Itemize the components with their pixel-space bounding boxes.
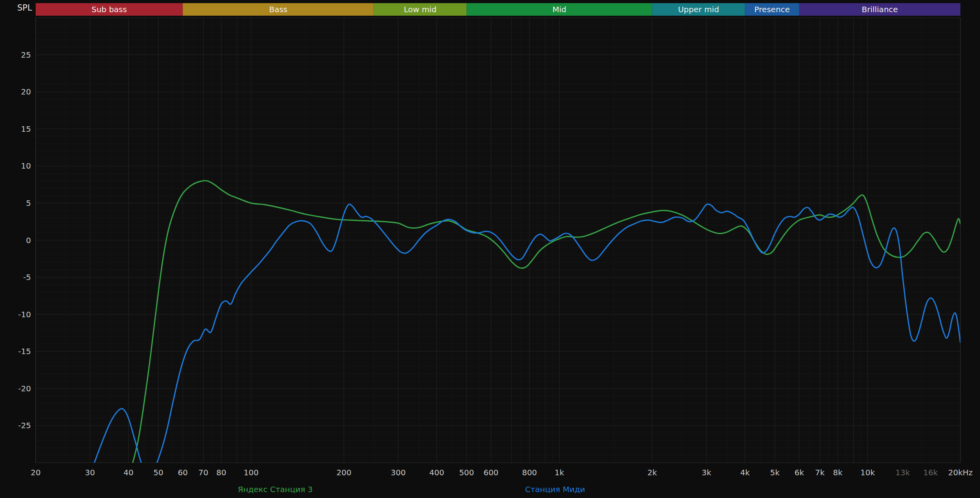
x-tick-label: 80 [216, 468, 226, 477]
chart-canvas: Sub bassBassLow midMidUpper midPresenceB… [0, 0, 980, 498]
y-tick-label: -25 [18, 421, 31, 430]
x-tick-label: 70 [198, 468, 208, 477]
x-tick-label: 600 [483, 468, 498, 477]
band-label-sub-bass: Sub bass [91, 5, 127, 14]
y-tick-label: 0 [26, 236, 31, 245]
x-tick-label: 50 [153, 468, 163, 477]
band-label-brilliance: Brilliance [862, 5, 898, 14]
y-tick-label: 5 [26, 198, 31, 208]
x-tick-label: 20kHz [948, 468, 973, 477]
band-label-upper-mid: Upper mid [678, 5, 719, 14]
x-tick-label: 5k [770, 468, 780, 477]
y-tick-label: -5 [23, 273, 31, 282]
x-tick-label: 60 [178, 468, 187, 477]
x-tick-label: 16k [923, 468, 938, 477]
x-tick-label: 40 [123, 468, 133, 477]
x-tick-label: 300 [391, 468, 406, 477]
y-tick-label: 15 [21, 124, 31, 134]
y-tick-label: 10 [21, 161, 31, 171]
y-tick-label: -20 [18, 384, 31, 393]
x-tick-label: 30 [85, 468, 95, 477]
y-tick-label: 20 [21, 87, 31, 96]
x-tick-label: 10k [860, 468, 875, 477]
x-tick-label: 6k [795, 468, 804, 477]
legend-item-yandex-stancia-3: Яндекс Станция 3 [238, 485, 312, 494]
x-tick-label: 2k [648, 468, 657, 477]
x-tick-label: 3k [702, 468, 711, 477]
x-tick-label: 500 [459, 468, 474, 477]
band-label-bass: Bass [269, 5, 287, 14]
band-label-presence: Presence [754, 5, 790, 14]
x-tick-label: 200 [336, 468, 351, 477]
y-tick-label: 25 [21, 50, 31, 60]
x-tick-label: 1k [555, 468, 564, 477]
y-tick-label: -15 [18, 347, 31, 356]
spl-axis-title: SPL [17, 3, 32, 13]
frequency-response-chart: Sub bassBassLow midMidUpper midPresenceB… [0, 0, 980, 498]
x-tick-label: 800 [522, 468, 537, 477]
x-tick-label: 7k [815, 468, 825, 477]
x-tick-label: 20 [31, 468, 40, 477]
band-label-low-mid: Low mid [404, 5, 436, 14]
x-tick-label: 8k [833, 468, 843, 477]
x-tick-label: 100 [244, 468, 259, 477]
band-label-mid: Mid [552, 5, 566, 14]
legend: Яндекс Станция 3 Станция Миди [0, 485, 980, 496]
x-tick-label: 4k [740, 468, 750, 477]
y-tick-label: -10 [18, 310, 31, 319]
x-tick-label: 400 [429, 468, 444, 477]
x-tick-label: 13k [895, 468, 910, 477]
legend-item-stancia-midi: Станция Миди [525, 485, 585, 494]
